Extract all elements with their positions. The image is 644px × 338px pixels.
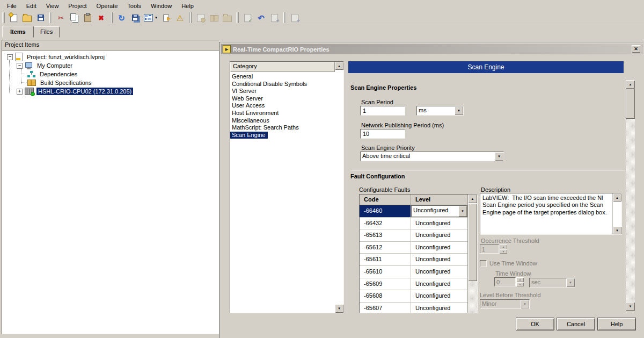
chevron-down-icon[interactable]: ▼ [458,206,467,217]
scroll-down-icon[interactable]: ▼ [613,226,621,234]
fault-level-cell[interactable]: Unconfigured [411,290,467,302]
scrollbar-thumb[interactable] [626,89,635,119]
tree-item-project[interactable]: − Project: funzt_würklisch.lvproj [2,53,219,61]
scan-period-input[interactable]: 1 [360,106,405,116]
fault-code-cell[interactable]: -65608 [360,290,411,302]
category-item-host-environment[interactable]: Host Environment [230,110,335,117]
warnings-icon[interactable]: ⚠ [174,12,186,24]
undo-icon[interactable]: ↶ [255,12,267,24]
category-item-scan-engine[interactable]: Scan Engine [230,132,268,139]
fault-level-cell[interactable]: Unconfigured [411,254,467,265]
fault-code-cell[interactable]: -65609 [360,278,411,290]
paste-icon[interactable] [82,12,94,24]
scroll-up-icon[interactable]: ▲ [335,62,343,70]
tree-item-my-computer[interactable]: − My Computer [2,61,219,70]
tree-item-dependencies[interactable]: Dependencies [2,70,219,78]
open-folder-icon[interactable] [21,12,33,24]
category-scrollbar[interactable]: ▲ ▼ [335,62,343,313]
scan-engine-priority-dropdown[interactable]: Above time critical ▼ [360,152,504,161]
collapse-expander-icon[interactable]: − [17,63,23,69]
deploy-icon[interactable] [160,12,173,24]
occurrence-threshold-spinner: 1 ▲ ▼ [480,244,507,254]
fault-row[interactable]: -65608Unconfigured [360,290,467,303]
chevron-down-icon[interactable]: ▼ [495,152,503,161]
description-scrollbar[interactable]: ▲ ▼ [612,193,621,234]
faults-table-scrollbar[interactable]: ▲ [467,195,477,313]
scrollbar-track[interactable] [626,119,635,302]
cancel-button[interactable]: Cancel [557,318,595,330]
close-icon[interactable]: ✕ [632,45,640,53]
fault-level-cell[interactable]: Unconfigured▼ [411,205,467,217]
fault-code-cell[interactable]: -66460 [360,205,411,217]
copy-icon[interactable] [68,12,80,24]
menu-item-file[interactable]: File [2,1,21,10]
scrollbar-track[interactable] [468,281,477,313]
section-divider [350,170,625,171]
fault-code-cell[interactable]: -65610 [360,266,411,278]
category-item-user-access[interactable]: User Access [230,102,335,110]
build-specifications-icon [27,80,36,86]
fault-level-cell[interactable]: Unconfigured [411,303,467,313]
ok-button[interactable]: OK [516,318,554,330]
expand-expander-icon[interactable]: + [17,89,23,95]
fault-level-cell[interactable]: Unconfigured [411,278,467,290]
menu-item-edit[interactable]: Edit [21,1,41,10]
scroll-up-icon[interactable]: ▲ [613,193,621,202]
cut-icon[interactable]: ✂ [55,12,67,24]
fault-level-cell[interactable]: Unconfigured [411,229,467,241]
fault-row[interactable]: -65609Unconfigured [360,278,467,291]
network-publishing-input[interactable]: 10 [360,129,405,139]
items-view-grid-dropdown[interactable]: ▼ [142,12,159,24]
tab-items[interactable]: Items [2,26,34,38]
chevron-down-icon[interactable]: ▼ [455,106,463,115]
category-item-miscellaneous[interactable]: Miscellaneous [230,117,335,125]
scrollbar-track[interactable] [335,70,343,304]
category-item-web-server[interactable]: Web Server [230,95,335,103]
fault-code-cell[interactable]: -65613 [360,229,411,241]
fault-code-cell[interactable]: -65611 [360,254,411,265]
menu-item-view[interactable]: View [41,1,64,10]
dialog-title-bar[interactable]: ▶ Real-Time CompactRIO Properties ✕ [221,44,643,54]
scrollbar-thumb[interactable] [468,203,477,281]
scroll-down-icon[interactable]: ▼ [626,302,635,311]
category-item-vi-server[interactable]: VI Server [230,88,335,95]
scan-period-unit-dropdown[interactable]: ms ▼ [416,106,464,116]
scrollbar-track[interactable] [613,202,621,226]
save-icon[interactable] [34,12,47,24]
menu-item-help[interactable]: Help [177,1,199,10]
save-all-icon[interactable] [129,12,141,24]
fault-row[interactable]: -65607Unconfigured [360,303,467,313]
tab-files[interactable]: Files [33,26,60,38]
new-file-icon[interactable] [8,12,20,24]
help-button[interactable]: Help [597,318,636,330]
fault-row[interactable]: -66432Unconfigured [360,218,467,230]
fault-row[interactable]: -65610Unconfigured [360,266,467,278]
menu-item-tools[interactable]: Tools [122,1,146,10]
delete-icon[interactable]: ✖ [95,12,107,24]
menu-item-operate[interactable]: Operate [92,1,123,10]
fault-level-cell[interactable]: Unconfigured [411,266,467,278]
scroll-up-icon[interactable]: ▲ [468,195,477,203]
menu-item-project[interactable]: Project [63,1,91,10]
category-item-mathscript-search-paths[interactable]: MathScript: Search Paths [230,124,335,132]
category-item-conditional-disable-symbols[interactable]: Conditional Disable Symbols [230,81,335,88]
category-item-general[interactable]: General [230,73,335,81]
fault-level-dropdown[interactable]: Unconfigured▼ [411,205,467,217]
tree-item-crio-target[interactable]: + HSHL-CRIO-CPU02 (172.31.0.205) [2,87,219,96]
fault-row[interactable]: -65612Unconfigured [360,242,467,254]
fault-code-cell[interactable]: -66432 [360,218,411,229]
fault-row[interactable]: -65613Unconfigured [360,229,467,242]
refresh-icon[interactable]: ↻ [115,12,128,24]
fault-level-cell[interactable]: Unconfigured [411,218,467,229]
fault-row[interactable]: -66460Unconfigured▼ [360,205,467,218]
fault-row[interactable]: -65611Unconfigured [360,254,467,266]
scroll-down-icon[interactable]: ▼ [335,304,343,313]
content-scrollbar[interactable]: ▲ ▼ [626,80,635,311]
tree-item-build-specifications[interactable]: Build Specifications [2,78,219,87]
fault-level-cell[interactable]: Unconfigured [411,242,467,254]
fault-code-cell[interactable]: -65607 [360,303,411,313]
collapse-expander-icon[interactable]: − [7,54,13,60]
scroll-up-icon[interactable]: ▲ [626,80,635,89]
menu-item-window[interactable]: Window [146,1,177,10]
fault-code-cell[interactable]: -65612 [360,242,411,254]
